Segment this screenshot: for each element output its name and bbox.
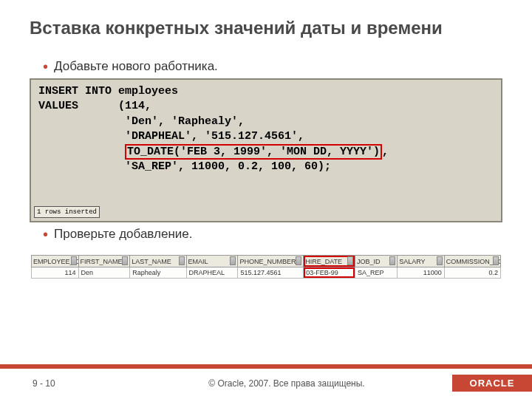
bullet-dot-icon: • — [43, 59, 48, 74]
footer: 9 - 10 © Oracle, 2007. Все права защищен… — [0, 364, 532, 399]
th-phone: PHONE_NUMBER — [238, 256, 304, 267]
td-last-name: Raphealy — [130, 267, 186, 278]
oracle-logo: ORACLE — [452, 375, 532, 392]
rows-inserted-badge: 1 rows inserted — [34, 206, 100, 218]
td-salary: 11000 — [398, 267, 445, 278]
sql-code-block: INSERT INTO employees VALUES (114, 'Den'… — [30, 78, 502, 222]
bullet-add: • Добавьте нового работника. — [30, 59, 502, 74]
th-commission: COMMISSION_PCT — [444, 256, 500, 267]
th-first-name: FIRST_NAME — [78, 256, 130, 267]
td-hire-date: 03-FEB-99 — [304, 267, 355, 278]
result-table: EMPLOYEE_ID FIRST_NAME LAST_NAME EMAIL P… — [31, 255, 501, 279]
td-employee-id: 114 — [32, 267, 79, 278]
bullet-check: • Проверьте добавление. — [30, 227, 502, 242]
td-email: DRAPHEAL — [186, 267, 238, 278]
table-row: 114 Den Raphealy DRAPHEAL 515.127.4561 0… — [32, 267, 501, 278]
th-last-name: LAST_NAME — [130, 256, 186, 267]
copyright-text: © Oracle, 2007. Все права защищены. — [121, 378, 452, 389]
code-l5-lead — [38, 146, 125, 158]
code-l5-tail: , — [382, 146, 389, 158]
bullet-check-text: Проверьте добавление. — [54, 227, 192, 242]
bullet-add-text: Добавьте нового работника. — [54, 59, 218, 74]
th-salary: SALARY — [398, 256, 445, 267]
bullet-dot-icon: • — [43, 227, 48, 242]
th-hire-date: HIRE_DATE — [304, 256, 355, 267]
th-employee-id: EMPLOYEE_ID — [32, 256, 79, 267]
th-email: EMAIL — [186, 256, 238, 267]
code-l4: 'DRAPHEAL', '515.127.4561', — [38, 130, 304, 143]
td-phone: 515.127.4561 — [238, 267, 304, 278]
code-l6: 'SA_REP', 11000, 0.2, 100, 60); — [38, 160, 331, 173]
code-l3: 'Den', 'Raphealy', — [38, 115, 245, 128]
code-l1: INSERT INTO employees — [38, 85, 178, 98]
td-job-id: SA_REP — [355, 267, 398, 278]
td-first-name: Den — [78, 267, 130, 278]
page-number: 9 - 10 — [0, 378, 121, 389]
slide-title: Вставка конкретных значений даты и време… — [30, 18, 502, 38]
th-job-id: JOB_ID — [355, 256, 398, 267]
code-l5-highlight: TO_DATE('FEB 3, 1999', 'MON DD, YYYY') — [125, 144, 382, 160]
td-commission: 0.2 — [444, 267, 500, 278]
code-l2: VALUES (114, — [38, 100, 151, 112]
table-header-row: EMPLOYEE_ID FIRST_NAME LAST_NAME EMAIL P… — [32, 256, 501, 267]
